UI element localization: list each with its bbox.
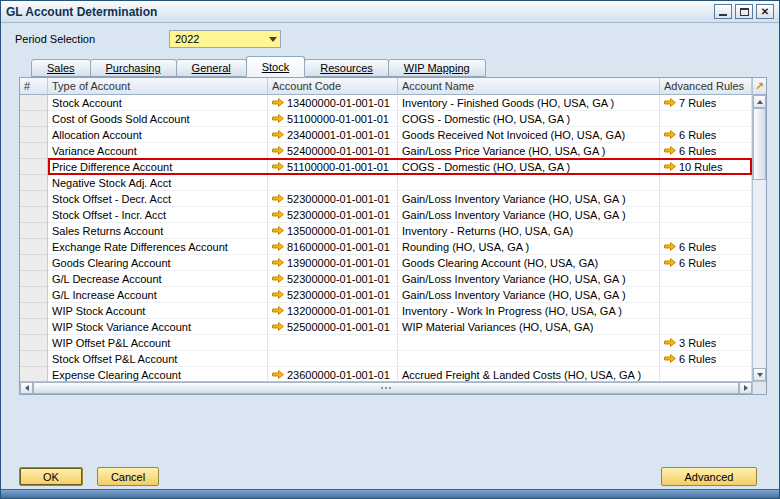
tab-resources[interactable]: Resources xyxy=(304,59,389,77)
table-row[interactable]: Stock Offset P&L Account6 Rules xyxy=(20,351,752,367)
cell-row-number[interactable] xyxy=(20,95,48,111)
cell-type-of-account[interactable]: G/L Decrease Account xyxy=(48,271,268,287)
cell-account-name[interactable] xyxy=(398,335,660,351)
grid-expand-icon[interactable]: ↗ xyxy=(753,78,766,95)
cell-type-of-account[interactable]: Cost of Goods Sold Account xyxy=(48,111,268,127)
cell-account-name[interactable]: Inventory - Returns (HO, USA, GA) xyxy=(398,223,660,239)
link-arrow-icon[interactable] xyxy=(272,258,284,267)
scroll-left-button[interactable] xyxy=(20,382,33,394)
cell-type-of-account[interactable]: WIP Stock Variance Account xyxy=(48,319,268,335)
link-arrow-icon[interactable] xyxy=(272,322,284,331)
link-arrow-icon[interactable] xyxy=(272,242,284,251)
cell-type-of-account[interactable]: G/L Increase Account xyxy=(48,287,268,303)
close-button[interactable]: ✕ xyxy=(756,4,774,19)
table-row[interactable]: Stock Account13400000-01-001-01Inventory… xyxy=(20,95,752,111)
tab-sales[interactable]: Sales xyxy=(31,59,91,77)
column-header-row-number[interactable]: # xyxy=(20,78,48,95)
cell-row-number[interactable] xyxy=(20,239,48,255)
cell-advanced-rules[interactable] xyxy=(660,319,752,335)
link-arrow-icon[interactable] xyxy=(664,338,676,347)
cell-row-number[interactable] xyxy=(20,223,48,239)
cell-account-name[interactable]: Goods Received Not Invoiced (HO, USA, GA… xyxy=(398,127,660,143)
link-arrow-icon[interactable] xyxy=(664,242,676,251)
cell-advanced-rules[interactable]: 7 Rules xyxy=(660,95,752,111)
scroll-up-button[interactable] xyxy=(753,95,766,108)
cell-type-of-account[interactable]: Sales Returns Account xyxy=(48,223,268,239)
cell-account-code[interactable] xyxy=(268,175,398,191)
cell-account-name[interactable]: Gain/Loss Inventory Variance (HO, USA, G… xyxy=(398,207,660,223)
cell-account-code[interactable] xyxy=(268,351,398,367)
link-arrow-icon[interactable] xyxy=(272,146,284,155)
cell-advanced-rules[interactable]: 6 Rules xyxy=(660,255,752,271)
cell-advanced-rules[interactable] xyxy=(660,287,752,303)
cell-type-of-account[interactable]: Exchange Rate Differences Account xyxy=(48,239,268,255)
cell-row-number[interactable] xyxy=(20,351,48,367)
cell-account-name[interactable]: WIP Material Variances (HO, USA, GA) xyxy=(398,319,660,335)
cell-row-number[interactable] xyxy=(20,175,48,191)
cell-account-name[interactable] xyxy=(398,175,660,191)
cell-advanced-rules[interactable] xyxy=(660,175,752,191)
cell-row-number[interactable] xyxy=(20,271,48,287)
table-row[interactable]: WIP Offset P&L Account3 Rules xyxy=(20,335,752,351)
table-row[interactable]: Negative Stock Adj. Acct xyxy=(20,175,752,191)
cell-account-name[interactable]: COGS - Domestic (HO, USA, GA ) xyxy=(398,111,660,127)
link-arrow-icon[interactable] xyxy=(664,258,676,267)
cell-row-number[interactable] xyxy=(20,159,48,175)
link-arrow-icon[interactable] xyxy=(272,194,284,203)
table-row[interactable]: Stock Offset - Incr. Acct52300000-01-001… xyxy=(20,207,752,223)
cell-advanced-rules[interactable] xyxy=(660,223,752,239)
link-arrow-icon[interactable] xyxy=(272,290,284,299)
column-header-account-name[interactable]: Account Name xyxy=(398,78,660,95)
ok-button[interactable]: OK xyxy=(19,467,83,486)
vertical-scroll-track[interactable] xyxy=(753,180,766,368)
link-arrow-icon[interactable] xyxy=(272,226,284,235)
table-row[interactable]: Allocation Account23400001-01-001-01Good… xyxy=(20,127,752,143)
cell-account-code[interactable]: 81600000-01-001-01 xyxy=(268,239,398,255)
cell-row-number[interactable] xyxy=(20,143,48,159)
cell-account-code[interactable]: 13500000-01-001-01 xyxy=(268,223,398,239)
cell-type-of-account[interactable]: Stock Offset - Decr. Acct xyxy=(48,191,268,207)
cell-account-name[interactable]: Gain/Loss Price Variance (HO, USA, GA ) xyxy=(398,143,660,159)
table-row[interactable]: Goods Clearing Account13900000-01-001-01… xyxy=(20,255,752,271)
cell-account-name[interactable]: Inventory - Finished Goods (HO, USA, GA … xyxy=(398,95,660,111)
table-row[interactable]: Exchange Rate Differences Account8160000… xyxy=(20,239,752,255)
cell-account-code[interactable]: 52300000-01-001-01 xyxy=(268,287,398,303)
vertical-scroll-thumb[interactable] xyxy=(753,108,766,180)
cell-row-number[interactable] xyxy=(20,207,48,223)
link-arrow-icon[interactable] xyxy=(664,162,676,171)
maximize-button[interactable] xyxy=(735,4,753,19)
cell-account-code[interactable]: 13900000-01-001-01 xyxy=(268,255,398,271)
cell-row-number[interactable] xyxy=(20,287,48,303)
cell-account-name[interactable] xyxy=(398,351,660,367)
cell-type-of-account[interactable]: WIP Offset P&L Account xyxy=(48,335,268,351)
table-row[interactable]: Cost of Goods Sold Account51100000-01-00… xyxy=(20,111,752,127)
tab-stock[interactable]: Stock xyxy=(246,56,306,77)
advanced-button[interactable]: Advanced xyxy=(661,467,757,486)
cell-advanced-rules[interactable]: 6 Rules xyxy=(660,143,752,159)
table-row[interactable]: Stock Offset - Decr. Acct52300000-01-001… xyxy=(20,191,752,207)
cell-account-name[interactable]: Rounding (HO, USA, GA ) xyxy=(398,239,660,255)
link-arrow-icon[interactable] xyxy=(664,130,676,139)
cell-advanced-rules[interactable]: 6 Rules xyxy=(660,351,752,367)
cell-advanced-rules[interactable]: 6 Rules xyxy=(660,239,752,255)
cell-account-code[interactable]: 52300000-01-001-01 xyxy=(268,207,398,223)
cell-row-number[interactable] xyxy=(20,367,48,381)
table-row[interactable]: Expense Clearing Account23600000-01-001-… xyxy=(20,367,752,381)
cell-type-of-account[interactable]: Stock Offset P&L Account xyxy=(48,351,268,367)
cancel-button[interactable]: Cancel xyxy=(97,467,159,486)
link-arrow-icon[interactable] xyxy=(272,306,284,315)
link-arrow-icon[interactable] xyxy=(272,370,284,379)
table-row[interactable]: WIP Stock Variance Account52500000-01-00… xyxy=(20,319,752,335)
cell-advanced-rules[interactable] xyxy=(660,303,752,319)
cell-account-code[interactable]: 52400000-01-001-01 xyxy=(268,143,398,159)
cell-account-name[interactable]: Goods Clearing Account (HO, USA, GA) xyxy=(398,255,660,271)
column-header-advanced-rules[interactable]: Advanced Rules xyxy=(660,78,752,95)
cell-account-name[interactable]: Gain/Loss Inventory Variance (HO, USA, G… xyxy=(398,191,660,207)
cell-advanced-rules[interactable] xyxy=(660,191,752,207)
cell-account-code[interactable]: 52300000-01-001-01 xyxy=(268,191,398,207)
table-row[interactable]: Sales Returns Account13500000-01-001-01I… xyxy=(20,223,752,239)
table-row[interactable]: G/L Increase Account52300000-01-001-01Ga… xyxy=(20,287,752,303)
scroll-down-button[interactable] xyxy=(753,368,766,381)
link-arrow-icon[interactable] xyxy=(664,146,676,155)
link-arrow-icon[interactable] xyxy=(272,162,284,171)
